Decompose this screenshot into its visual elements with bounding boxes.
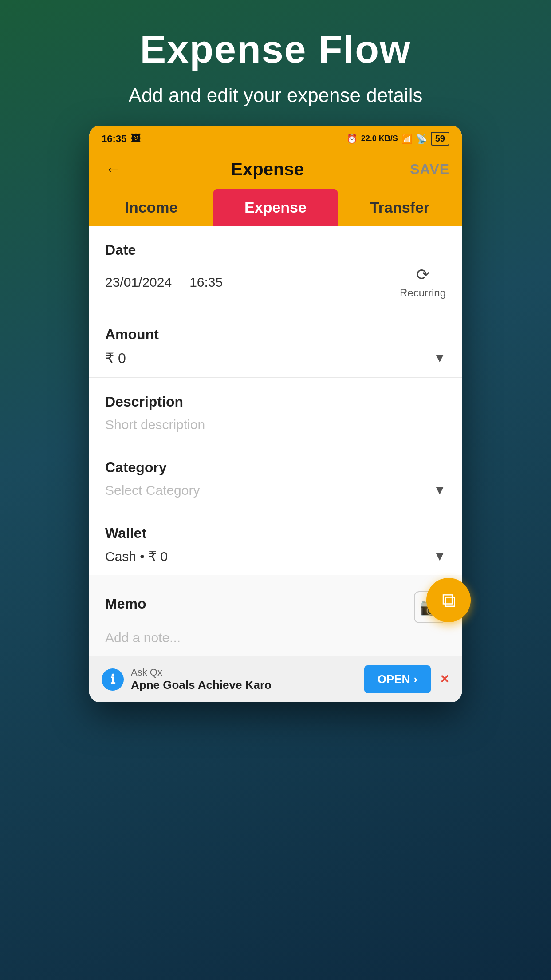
ad-info-icon: ℹ xyxy=(102,668,124,691)
wallet-section: Wallet Cash • ₹ 0 ▼ xyxy=(89,509,462,575)
status-right: ⏰ 22.0 KB/S 📶 📡 59 xyxy=(346,132,449,146)
wifi-icon: 📶 xyxy=(401,134,413,144)
description-label: Description xyxy=(105,394,446,410)
ad-text: Ask Qx Apne Goals Achieve Karo xyxy=(131,667,272,692)
amount-dropdown-arrow[interactable]: ▼ xyxy=(433,351,446,365)
ad-source: Ask Qx xyxy=(131,667,272,678)
network-icon: 📡 xyxy=(416,134,427,144)
amount-section: Amount ₹ 0 ▼ xyxy=(89,310,462,378)
tab-income[interactable]: Income xyxy=(89,189,213,226)
gallery-icon: 🖼 xyxy=(131,133,141,145)
outer-wrapper: Expense Flow Add and edit your expense d… xyxy=(0,0,551,980)
category-dropdown-arrow[interactable]: ▼ xyxy=(433,483,446,498)
speed-indicator: 22.0 KB/S xyxy=(361,134,398,143)
memo-input[interactable]: Add a note... xyxy=(105,630,446,645)
status-bar: 16:35 🖼 ⏰ 22.0 KB/S 📶 📡 59 xyxy=(89,126,462,152)
recurring-button[interactable]: ⟳ Recurring xyxy=(400,265,446,299)
amount-value[interactable]: ₹ 0 xyxy=(105,350,126,367)
category-row: Select Category ▼ xyxy=(105,483,446,498)
date-row: 23/01/2024 16:35 ⟳ Recurring xyxy=(105,265,446,299)
fab-copy-button[interactable]: ⧉ xyxy=(426,578,471,622)
ad-right: OPEN › ✕ xyxy=(364,665,449,693)
category-section: Category Select Category ▼ xyxy=(89,443,462,509)
recurring-label: Recurring xyxy=(400,287,446,299)
status-left: 16:35 🖼 xyxy=(102,133,141,145)
app-header: ← Expense SAVE xyxy=(89,152,462,189)
category-select[interactable]: Select Category xyxy=(105,483,200,498)
amount-row: ₹ 0 ▼ xyxy=(105,350,446,367)
promo-title: Expense Flow xyxy=(129,27,423,72)
alarm-icon: ⏰ xyxy=(346,134,358,144)
save-button[interactable]: SAVE xyxy=(410,161,449,178)
memo-label: Memo xyxy=(105,596,146,612)
time-value[interactable]: 16:35 xyxy=(189,275,223,290)
wallet-dropdown-arrow[interactable]: ▼ xyxy=(433,549,446,564)
amount-label: Amount xyxy=(105,326,446,343)
description-section: Description Short description xyxy=(89,378,462,443)
wallet-value[interactable]: Cash • ₹ 0 xyxy=(105,549,168,564)
date-label: Date xyxy=(105,242,446,258)
ad-banner: ℹ Ask Qx Apne Goals Achieve Karo OPEN › … xyxy=(89,656,462,702)
ad-left: ℹ Ask Qx Apne Goals Achieve Karo xyxy=(102,667,272,692)
phone-container: 16:35 🖼 ⏰ 22.0 KB/S 📶 📡 59 ← Expense SAV… xyxy=(89,126,462,702)
status-time: 16:35 xyxy=(102,133,126,145)
back-button[interactable]: ← xyxy=(102,156,125,182)
close-icon[interactable]: ✕ xyxy=(440,672,449,686)
battery-indicator: 59 xyxy=(431,132,449,146)
phone-wrapper: 16:35 🖼 ⏰ 22.0 KB/S 📶 📡 59 ← Expense SAV… xyxy=(89,126,462,702)
wallet-label: Wallet xyxy=(105,525,446,541)
tab-transfer[interactable]: Transfer xyxy=(338,189,462,226)
ad-close-button[interactable]: ✕ xyxy=(440,672,449,686)
promo-subtitle: Add and edit your expense details xyxy=(129,83,423,108)
tab-expense[interactable]: Expense xyxy=(213,189,338,226)
date-values: 23/01/2024 16:35 xyxy=(105,275,223,290)
tabs-container: Income Expense Transfer xyxy=(89,189,462,226)
promo-header: Expense Flow Add and edit your expense d… xyxy=(93,0,458,126)
wallet-row: Cash • ₹ 0 ▼ xyxy=(105,549,446,564)
memo-section: Memo 📷 Add a note... xyxy=(89,575,462,656)
ad-title: Apne Goals Achieve Karo xyxy=(131,678,272,692)
recurring-icon: ⟳ xyxy=(416,265,429,284)
ad-open-button[interactable]: OPEN › xyxy=(364,665,431,693)
content-area: Date 23/01/2024 16:35 ⟳ Recurring xyxy=(89,226,462,702)
date-section: Date 23/01/2024 16:35 ⟳ Recurring xyxy=(89,226,462,310)
date-value[interactable]: 23/01/2024 xyxy=(105,275,172,290)
category-label: Category xyxy=(105,459,446,476)
page-title: Expense xyxy=(231,159,304,179)
description-input[interactable]: Short description xyxy=(105,417,446,432)
